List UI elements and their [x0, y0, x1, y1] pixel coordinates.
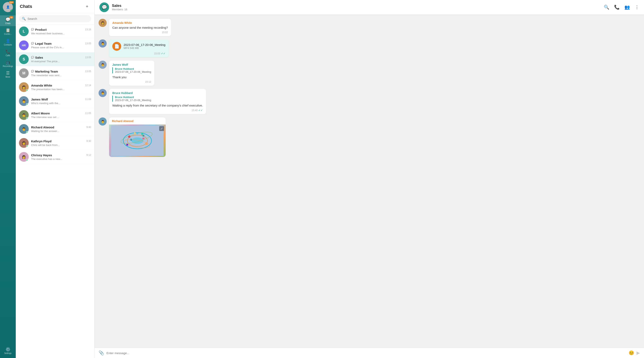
chat-preview: The presentation has been... — [31, 88, 91, 91]
svg-rect-14 — [130, 139, 132, 141]
add-chat-button[interactable]: + — [84, 3, 90, 10]
settings-icon: ⚙️ — [6, 347, 10, 352]
svg-point-7 — [142, 135, 144, 137]
sidebar-item-more[interactable]: ☰ More — [0, 69, 16, 80]
sidebar-item-recordings[interactable]: 📺 Recordings — [0, 58, 16, 69]
chat-list: L 💬 Product 13:16 We received their busi… — [16, 25, 94, 358]
list-item[interactable]: 👩 Chrissy Hayes 9:12 The executive has a… — [16, 150, 94, 164]
chats-label: Chats — [5, 22, 10, 25]
message-row: 👨 Bruce Hubbard Bruce Hubbard 2023-07-06… — [98, 89, 640, 114]
quote-text: 2023-07-06_17-20-06_Meeting — [115, 70, 151, 73]
chat-time: 13:05 — [85, 42, 91, 45]
image-expand-button[interactable]: ⤢ — [159, 126, 164, 131]
contacts-label: Contacts — [4, 44, 12, 46]
list-item[interactable]: 👩 Kathryn Floyd 9:30 Chris will be back … — [16, 136, 94, 150]
chat-time: 9:12 — [86, 154, 91, 156]
more-options-button[interactable]: ⋮ — [635, 5, 639, 10]
chat-members: Members: 16 — [112, 8, 127, 11]
settings-label: Settings — [4, 352, 12, 354]
sidebar-header: Chats + — [16, 0, 94, 13]
chat-preview: Please save all the CVs in... — [31, 46, 91, 49]
avatar: 👩 — [19, 138, 29, 148]
search-input-wrap[interactable]: 🔍 — [19, 15, 91, 22]
conferences-label: Confer... — [4, 33, 12, 35]
recordings-label: Recordings — [3, 65, 13, 67]
avatar: L — [19, 27, 29, 36]
sidebar-title: Chats — [20, 4, 32, 9]
messages-area: 👩 Amanda White Can anyone send the meeti… — [94, 15, 644, 348]
pro-badge: PRO — [9, 1, 14, 4]
message-row: 👨 James Wolf Bruce Hubbard 2023-07-06_17… — [98, 61, 640, 86]
avatar: 👨 — [98, 89, 107, 97]
list-item[interactable]: 👨 Albert Moore 11:05 The interview was s… — [16, 108, 94, 122]
chat-preview: The newsletter was sent... — [31, 74, 91, 77]
message-time: 15:40 ✓✓ — [112, 109, 203, 112]
chat-preview: Hi everyone! The price... — [31, 60, 91, 63]
message-text: Waiting a reply from the secretary of th… — [112, 103, 203, 108]
chat-name: 💬 Legal Team — [31, 42, 52, 45]
file-name: 2023-07-06_17-20-06_Meeting — [124, 43, 166, 47]
send-button[interactable]: ▶ — [636, 350, 640, 355]
message-row: 👨 📄 2023-07-06_17-20-06_Meeting MP4 546 … — [98, 40, 640, 57]
chat-time: 13:05 — [85, 70, 91, 73]
chat-name: 💬 Sales — [31, 56, 43, 59]
emoji-button[interactable]: 😊 — [629, 350, 634, 355]
svg-point-10 — [136, 133, 138, 134]
list-item[interactable]: M 💬 Marketing Team 13:05 The newsletter … — [16, 66, 94, 80]
members-button[interactable]: 👥 — [624, 5, 630, 10]
list-item[interactable]: S 💬 Sales 13:05 Hi everyone! The price..… — [16, 52, 94, 66]
avatar: 👩 — [98, 19, 107, 27]
message-bubble: James Wolf Bruce Hubbard 2023-07-06_17-2… — [109, 61, 154, 86]
avatar: S — [19, 54, 29, 64]
user-profile-area[interactable]: 👤 PRO — [3, 2, 13, 12]
message-text: Can anyone send the meeting recording? — [112, 26, 168, 30]
sidebar-item-chats[interactable]: 💬 Chats 12 — [0, 15, 16, 26]
chat-name: Richard Atwood — [31, 126, 54, 129]
sender-name: Bruce Hubbard — [112, 91, 203, 95]
quote-text: 2023-07-06_17-20-06_Meeting — [115, 99, 203, 102]
message-time: 15:12 — [112, 81, 151, 83]
sidebar-item-contacts[interactable]: 👤 Contacts — [0, 37, 16, 48]
list-item[interactable]: 👩 Amanda White 12:14 The presentation ha… — [16, 80, 94, 94]
message-input[interactable] — [106, 351, 626, 355]
sender-name: James Wolf — [112, 63, 151, 66]
chat-image — [111, 126, 164, 156]
avatar: HR — [19, 41, 29, 50]
avatar: 👨 — [98, 61, 107, 69]
sidebar-item-conferences[interactable]: 📋 Confer... — [0, 26, 16, 37]
recordings-icon: 📺 — [6, 60, 10, 65]
avatar: 👩 — [19, 82, 29, 92]
sidebar-item-settings[interactable]: ⚙️ Settings — [0, 345, 16, 356]
chat-name: 💬 Product — [31, 28, 47, 31]
quote-author: Bruce Hubbard — [115, 96, 203, 99]
chat-time: 13:16 — [85, 28, 91, 31]
online-indicator — [10, 10, 12, 12]
message-bubble: Amanda White Can anyone send the meeting… — [109, 19, 171, 36]
list-item[interactable]: 👨 Richard Atwood 9:40 Waiting for the an… — [16, 122, 94, 136]
quote-author: Bruce Hubbard — [115, 67, 151, 70]
attach-button[interactable]: 📎 — [98, 350, 104, 355]
list-item[interactable]: HR 💬 Legal Team 13:05 Please save all th… — [16, 39, 94, 52]
chat-header: 💬 Sales Members: 16 🔍 📞 👥 ⋮ — [94, 0, 644, 15]
search-input[interactable] — [28, 17, 88, 21]
message-text: Thank you — [112, 75, 151, 79]
list-item[interactable]: 👨 James Wolf 11:09 Who's meeting with th… — [16, 94, 94, 108]
sidebar-item-calls[interactable]: 📞 Calls — [0, 48, 16, 58]
call-button[interactable]: 📞 — [614, 5, 620, 10]
chat-name: Kathryn Floyd — [31, 140, 52, 143]
sender-name: Amanda White — [112, 21, 168, 25]
chat-time: 12:14 — [85, 84, 91, 87]
list-item[interactable]: L 💬 Product 13:16 We received their busi… — [16, 25, 94, 39]
conferences-icon: 📋 — [6, 28, 10, 33]
chat-preview: We received their business... — [31, 32, 91, 35]
chats-badge: 12 — [9, 16, 13, 19]
message-bubble: 📄 2023-07-06_17-20-06_Meeting MP4 546 MB… — [109, 40, 169, 57]
avatar: 👨 — [19, 110, 29, 120]
group-icon: 💬 — [31, 70, 34, 73]
message-time: 15:02 — [112, 31, 168, 34]
chat-name: Amanda White — [31, 84, 52, 87]
calls-icon: 📞 — [6, 49, 10, 54]
quote-block: Bruce Hubbard 2023-07-06_17-20-06_Meetin… — [112, 67, 151, 73]
search-button[interactable]: 🔍 — [604, 5, 609, 10]
more-label: More — [6, 76, 10, 78]
